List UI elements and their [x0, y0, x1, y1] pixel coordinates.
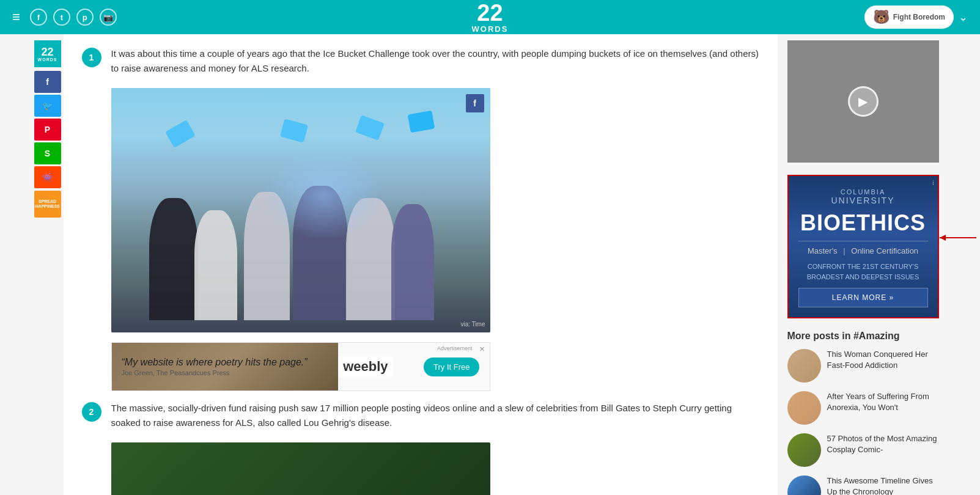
more-post-title-3: 57 Photos of the Most Amazing Cosplay Co…: [827, 433, 939, 455]
chevron-down-icon[interactable]: ⌄: [959, 10, 968, 24]
play-icon: ▶: [858, 94, 868, 109]
image-facebook-button[interactable]: f: [466, 94, 484, 112]
nav-social-icons: f t p 📷: [30, 9, 117, 26]
ad-corner-marker: i: [932, 180, 934, 186]
step-number-2: 2: [82, 402, 101, 422]
more-post-item-1[interactable]: This Woman Conquered Her Fast-Food Addic…: [787, 349, 939, 383]
more-post-item-3[interactable]: 57 Photos of the Most Amazing Cosplay Co…: [787, 433, 939, 467]
ad-content: “My website is where poetry hits the pag…: [122, 357, 308, 376]
fight-boredom-button[interactable]: 🐻 Fight Boredom: [864, 6, 954, 29]
more-post-title-2: After Years of Suffering From Anorexia, …: [827, 391, 939, 413]
ad-university-name: COLUMBIA: [798, 188, 928, 196]
sidebar-spread-happiness[interactable]: SPREAD HAPPINESS: [34, 191, 61, 218]
top-navigation: ≡ f t p 📷 22 WORDS 🐻 Fight Boredom ⌄: [0, 0, 980, 34]
nav-logo[interactable]: 22 WORDS: [472, 1, 509, 34]
sidebar-pinterest-button[interactable]: P: [34, 119, 61, 141]
ad-close-button[interactable]: ✕: [479, 345, 485, 353]
nav-pinterest-icon[interactable]: p: [76, 9, 94, 26]
nav-instagram-icon[interactable]: 📷: [100, 9, 117, 26]
sidebar-logo-number: 22: [41, 46, 53, 57]
nav-twitter-icon[interactable]: t: [53, 9, 70, 26]
more-posts-section: More posts in #Amazing This Woman Conque…: [787, 331, 939, 495]
article-second-image: [111, 442, 490, 495]
right-sidebar: ▶ COLUMBIA UNIVERSITY BIOETHICS Master's…: [778, 34, 949, 495]
hamburger-menu[interactable]: ≡: [12, 9, 20, 25]
main-content: 1 It was about this time a couple of yea…: [64, 34, 778, 495]
more-posts-heading: More posts in #Amazing: [787, 331, 939, 342]
sidebar-twitter-button[interactable]: 🐦: [34, 95, 61, 117]
ad-description: CONFRONT THE 21ST CENTURY'S BROADEST AND…: [798, 262, 928, 282]
more-post-item-4[interactable]: This Awesome Timeline Gives Up the Chron…: [787, 475, 939, 495]
article-step-1: 1 It was about this time a couple of yea…: [82, 46, 759, 76]
sidebar-logo-words: WORDS: [38, 57, 57, 62]
ad-subtitle: Master's | Online Certification: [798, 246, 928, 255]
ad-divider: [798, 241, 928, 241]
ad-bioethics-title: BIOETHICS: [798, 210, 928, 236]
ad-masters-label: Master's: [808, 246, 838, 255]
left-sidebar: 22 WORDS f 🐦 P S 👾 SPREAD HAPPINESS: [32, 34, 64, 495]
ice-bucket-scene: [111, 88, 490, 332]
nav-left: ≡ f t p 📷: [12, 9, 117, 26]
image-credit: via: Time: [460, 321, 485, 328]
more-post-title-1: This Woman Conquered Her Fast-Food Addic…: [827, 349, 939, 371]
sidebar-facebook-button[interactable]: f: [34, 71, 61, 93]
step-2-text: The massive, socially-driven fund raisin…: [111, 401, 759, 430]
article-main-image: f via: Time: [111, 88, 490, 332]
ad-pipe: |: [843, 246, 845, 255]
logo-words: WORDS: [472, 24, 509, 34]
display-ad-wrapper: COLUMBIA UNIVERSITY BIOETHICS Master's |…: [787, 175, 939, 318]
more-post-title-4: This Awesome Timeline Gives Up the Chron…: [827, 475, 939, 495]
ad-online-cert-label: Online Certification: [851, 246, 918, 255]
sidebar-reddit-button[interactable]: 👾: [34, 166, 61, 188]
more-post-thumb-2: [787, 391, 821, 425]
ad-quote-text: “My website is where poetry hits the pag…: [122, 357, 308, 368]
more-post-item-2[interactable]: After Years of Suffering From Anorexia, …: [787, 391, 939, 425]
display-ad-inner: COLUMBIA UNIVERSITY BIOETHICS Master's |…: [789, 176, 938, 317]
red-arrow-line: [940, 237, 976, 238]
step-1-text: It was about this time a couple of years…: [111, 46, 759, 76]
ad-attribution-text: Joe Green, The Peasandcues Press: [122, 369, 308, 376]
sidebar-social-buttons: f 🐦 P S 👾: [34, 71, 61, 188]
fight-boredom-label: Fight Boredom: [893, 13, 945, 21]
sidebar-stumbleupon-button[interactable]: S: [34, 142, 61, 164]
ad-learn-more-button[interactable]: LEARN MORE »: [798, 288, 928, 307]
more-post-thumb-1: [787, 349, 821, 383]
ad-label: Advertisement: [437, 345, 473, 351]
video-player[interactable]: ▶: [787, 40, 939, 163]
arrow-head: [940, 235, 946, 241]
nav-right: 🐻 Fight Boredom ⌄: [864, 6, 968, 29]
sidebar-logo[interactable]: 22 WORDS: [34, 40, 61, 67]
step-number-1: 1: [82, 48, 101, 67]
play-button[interactable]: ▶: [848, 86, 879, 117]
logo-number: 22: [477, 1, 503, 24]
ad-banner[interactable]: “My website is where poetry hits the pag…: [111, 342, 490, 391]
ad-try-free-button[interactable]: Try It Free: [424, 358, 479, 376]
page-wrapper: 22 WORDS f 🐦 P S 👾 SPREAD HAPPINESS 1 It…: [32, 34, 949, 495]
nav-facebook-icon[interactable]: f: [30, 9, 47, 26]
display-ad[interactable]: COLUMBIA UNIVERSITY BIOETHICS Master's |…: [787, 175, 939, 318]
display-ads-annotation: Display Ads: [940, 232, 981, 243]
more-post-thumb-4: [787, 475, 821, 495]
article-step-2: 2 The massive, socially-driven fund rais…: [82, 401, 759, 430]
ad-weebly-logo: weebly: [338, 356, 392, 377]
ad-school-name: UNIVERSITY: [798, 196, 928, 205]
bear-icon: 🐻: [873, 9, 890, 25]
more-post-thumb-3: [787, 433, 821, 467]
